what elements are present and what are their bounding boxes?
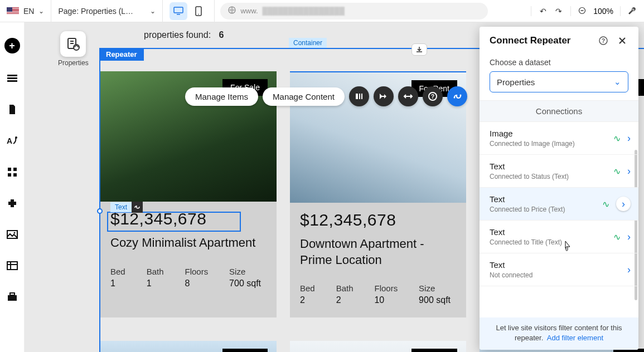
text-tag-label: Text xyxy=(110,202,132,212)
meta-header: Size xyxy=(419,283,456,293)
svg-text:?: ? xyxy=(431,94,434,100)
property-image: For Sale xyxy=(100,341,277,352)
help-icon[interactable]: ? xyxy=(597,35,609,47)
property-card[interactable]: For Sale xyxy=(100,341,277,352)
connection-title: Text xyxy=(490,260,628,270)
connected-icon: ∿ xyxy=(613,133,621,144)
dataset-value: Properties xyxy=(497,77,535,87)
top-right-tools: ↶ ↷ 100% xyxy=(531,6,644,16)
svg-rect-27 xyxy=(356,94,358,99)
media-icon[interactable] xyxy=(6,228,18,241)
connection-subtitle: Not connected xyxy=(490,271,628,279)
connection-title: Image xyxy=(490,129,628,138)
url-prefix: www. xyxy=(240,7,258,15)
meta-value: 2 xyxy=(300,295,321,305)
svg-point-17 xyxy=(13,232,15,234)
chevron-down-icon: ⌄ xyxy=(150,7,156,15)
meta-value: 1 xyxy=(110,278,131,289)
monitor-icon xyxy=(173,7,183,16)
meta-value: 8 xyxy=(185,278,214,289)
meta-value: 2 xyxy=(336,295,359,305)
help-button[interactable]: ? xyxy=(423,86,443,106)
connect-data-button[interactable] xyxy=(447,86,467,106)
connected-icon: ∿ xyxy=(613,166,621,177)
connection-item-unconnected[interactable]: Text Not connected › xyxy=(480,253,638,286)
layout-button[interactable] xyxy=(349,86,369,106)
add-button[interactable]: + xyxy=(4,38,20,53)
left-rail: + A xyxy=(0,22,25,352)
tools-button[interactable] xyxy=(620,6,644,16)
connections-list: Image Connected to Image (Image) ∿ › Tex… xyxy=(480,122,638,317)
close-button[interactable] xyxy=(616,35,628,47)
text-element-tag[interactable]: Text xyxy=(110,202,143,213)
meta-value: 1 xyxy=(147,278,170,289)
svg-rect-13 xyxy=(13,168,17,171)
business-icon[interactable] xyxy=(6,291,18,303)
svg-text:?: ? xyxy=(602,38,605,44)
mobile-icon xyxy=(195,6,202,16)
animation-button[interactable] xyxy=(374,86,394,106)
property-title: Downtown Apartment - Prime Location xyxy=(300,236,456,268)
price-selection-box[interactable] xyxy=(107,212,241,232)
svg-point-3 xyxy=(198,13,200,14)
repeater-tag[interactable]: Repeater xyxy=(99,48,144,61)
sections-icon[interactable] xyxy=(6,72,18,85)
apps-icon[interactable] xyxy=(6,166,18,178)
page-selector[interactable]: Page: Properties (L… ⌄ xyxy=(51,0,163,22)
data-icon[interactable] xyxy=(6,260,18,272)
theme-icon[interactable]: A xyxy=(6,135,18,147)
redo-button[interactable]: ↷ xyxy=(554,6,564,16)
meta-header: Bed xyxy=(110,267,131,276)
meta-header: Size xyxy=(229,267,267,276)
connections-header: Connections xyxy=(480,100,638,122)
connection-item-status[interactable]: Text Connected to Status (Text) ∿ › xyxy=(480,155,638,188)
connection-subtitle: Connected to Image (Image) xyxy=(490,140,628,148)
property-card[interactable]: For Sale Text $12,345,678 Cozy Minimalis… xyxy=(100,71,277,317)
desktop-view-button[interactable] xyxy=(170,2,187,20)
property-price: $12,345,678 xyxy=(300,211,456,229)
lang-selector[interactable]: EN ⌄ xyxy=(0,0,51,22)
export-down-button[interactable] xyxy=(411,43,427,56)
meta-header: Floors xyxy=(185,267,214,276)
meta-header: Bath xyxy=(147,267,170,276)
svg-rect-18 xyxy=(7,262,17,270)
undo-button[interactable]: ↶ xyxy=(538,6,548,16)
url-blurred: ████████████████ xyxy=(263,7,345,15)
container-tag[interactable]: Container xyxy=(289,38,327,48)
add-filter-link[interactable]: Add filter element xyxy=(547,334,603,342)
svg-rect-9 xyxy=(7,80,17,82)
chevron-right-icon: › xyxy=(627,264,631,276)
svg-rect-0 xyxy=(174,7,183,13)
property-card[interactable]: For Rent $12,345,678 Downtown Apartment … xyxy=(290,71,466,317)
globe-icon xyxy=(228,6,236,16)
zoom-control[interactable]: 100% xyxy=(570,6,620,16)
connection-item-image[interactable]: Image Connected to Image (Image) ∿ › xyxy=(480,122,638,155)
connected-icon: ∿ xyxy=(613,232,621,242)
manage-content-button[interactable]: Manage Content xyxy=(263,87,345,106)
dataset-dropdown[interactable]: Properties ⌄ xyxy=(490,71,628,92)
property-card[interactable]: For Rent xyxy=(290,341,466,352)
property-meta: Bed Bath Floors Size 2 2 10 900 sqft xyxy=(300,283,456,305)
repeater-action-bar: Manage Items Manage Content ? xyxy=(185,86,467,106)
page-icon[interactable] xyxy=(6,104,18,116)
stretch-button[interactable] xyxy=(398,86,418,106)
connect-icon xyxy=(132,202,143,213)
url-input[interactable]: www. ████████████████ xyxy=(220,3,488,19)
svg-rect-21 xyxy=(8,295,17,301)
connection-title: Text xyxy=(490,162,628,171)
plugin-icon[interactable] xyxy=(6,197,18,209)
connection-item-title[interactable]: Text Connected to Title (Text) ∿ › xyxy=(480,221,638,253)
panel-header: Connect Repeater ? xyxy=(480,27,638,55)
dataset-indicator[interactable]: Properties xyxy=(58,31,89,67)
property-image: For Rent xyxy=(290,341,466,352)
manage-items-button[interactable]: Manage Items xyxy=(185,87,258,106)
meta-value: 700 sqft xyxy=(229,278,267,289)
meta-value: 10 xyxy=(374,295,403,305)
dataset-indicator-label: Properties xyxy=(58,59,89,67)
connection-item-price[interactable]: Text Connected to Price (Text) ∿ › xyxy=(480,188,638,221)
device-switcher xyxy=(163,0,215,22)
mobile-view-button[interactable] xyxy=(190,2,207,20)
url-bar-section: www. ████████████████ xyxy=(215,3,531,19)
resize-handle-left[interactable] xyxy=(97,208,103,214)
lang-code: EN xyxy=(23,7,34,16)
